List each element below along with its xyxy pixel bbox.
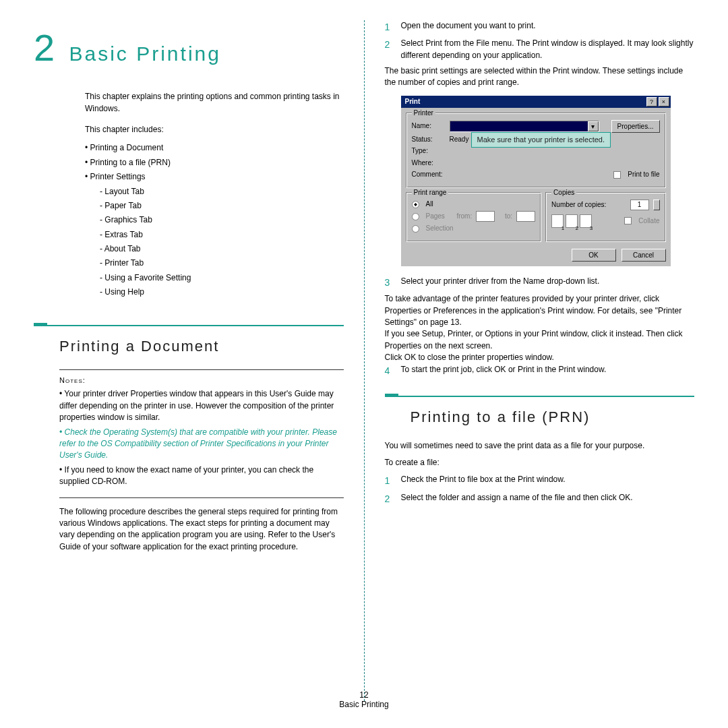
step-text: Open the document you want to print. xyxy=(401,20,695,34)
toc: Printing a Document Printing to a file (… xyxy=(85,142,344,298)
note-item: If you need to know the exact name of yo… xyxy=(59,464,344,488)
callout-tip: Make sure that your printer is selected. xyxy=(471,132,611,148)
step-number: 1 xyxy=(385,474,394,487)
dialog-body: Printer Name: ▾ Properties... Status:Rea… xyxy=(401,108,671,266)
chapter-title: Basic Printing xyxy=(69,42,221,65)
step-continuation: The basic print settings are selected wi… xyxy=(385,65,695,89)
type-label: Type: xyxy=(412,146,446,156)
step-number: 4 xyxy=(385,364,394,377)
dialog-title: Print xyxy=(405,97,645,107)
step-number: 2 xyxy=(385,492,394,506)
group-label: Printer xyxy=(412,109,435,119)
help-icon[interactable]: ? xyxy=(646,97,657,107)
selection-label: Selection xyxy=(426,224,454,234)
group-label: Copies xyxy=(551,188,576,198)
page-number: 12 xyxy=(0,690,728,700)
chevron-down-icon[interactable]: ▾ xyxy=(588,121,599,131)
collate-icons: 123 xyxy=(551,214,592,228)
step-continuation: To take advantage of the printer feature… xyxy=(385,293,695,328)
ok-button[interactable]: OK xyxy=(572,249,616,262)
steps-list: 1 Open the document you want to print. 2… xyxy=(385,20,695,377)
where-label: Where: xyxy=(412,158,446,169)
print-range-group: Print range All Pages from: to: Selectio… xyxy=(406,192,542,242)
chapter-header: 2 Basic Printing xyxy=(34,20,344,75)
toc-item: Printing to a file (PRN) xyxy=(85,157,344,169)
toc-subitem: Extras Tab xyxy=(100,229,344,241)
toc-item: Printer Settings xyxy=(85,171,344,183)
printer-name-combo[interactable]: ▾ xyxy=(450,121,599,132)
close-icon[interactable]: × xyxy=(659,97,669,107)
step-number: 3 xyxy=(385,276,394,289)
group-label: Print range xyxy=(412,188,449,198)
notes-box: Notes: Your printer driver Properties wi… xyxy=(59,369,344,498)
spinner-icon[interactable] xyxy=(653,200,660,210)
from-label: from: xyxy=(456,212,472,222)
all-radio[interactable] xyxy=(412,201,419,208)
step-number: 2 xyxy=(385,38,394,61)
paragraph: To create a file: xyxy=(385,457,695,468)
step-continuation: Click OK to close the printer properties… xyxy=(385,352,695,363)
toc-item: Printing a Document xyxy=(85,142,344,154)
properties-button[interactable]: Properties... xyxy=(611,120,660,133)
body-text: The following procedure describes the ge… xyxy=(59,506,344,553)
all-label: All xyxy=(426,200,433,210)
note-item: Your printer driver Properties window th… xyxy=(59,388,344,423)
paragraph: You will sometimes need to save the prin… xyxy=(385,440,695,452)
cancel-button[interactable]: Cancel xyxy=(621,249,666,262)
comment-label: Comment: xyxy=(412,170,446,180)
from-input[interactable] xyxy=(476,211,495,222)
note-item-emphasis: Check the Operating System(s) that are c… xyxy=(59,427,344,462)
step-row: 2 Select the folder and assign a name of… xyxy=(385,492,695,506)
step-row: 4 To start the print job, click OK or Pr… xyxy=(385,364,695,377)
to-input[interactable] xyxy=(516,211,535,222)
copies-group: Copies Number of copies:1 123 Collate xyxy=(545,192,665,242)
step-text: To start the print job, click OK or Prin… xyxy=(401,364,695,377)
printer-group: Printer Name: ▾ Properties... Status:Rea… xyxy=(406,113,666,188)
footer-title: Basic Printing xyxy=(0,700,728,709)
page-footer: 12 Basic Printing xyxy=(0,690,728,709)
print-to-file-checkbox[interactable] xyxy=(613,171,621,179)
print-dialog: Print ? × Printer Name: ▾ Properties. xyxy=(401,96,671,266)
paragraph: The following procedure describes the ge… xyxy=(59,506,344,553)
step-text: Select Print from the File menu. The Pri… xyxy=(401,38,695,61)
copies-label: Number of copies: xyxy=(551,200,606,210)
step-row: 3 Select your printer driver from the Na… xyxy=(385,276,695,289)
copies-input[interactable]: 1 xyxy=(630,200,649,210)
pages-label: Pages xyxy=(426,212,445,222)
step-row: 1 Open the document you want to print. xyxy=(385,20,695,34)
left-column: 2 Basic Printing This chapter explains t… xyxy=(34,20,364,688)
page: 2 Basic Printing This chapter explains t… xyxy=(0,0,728,688)
status-label: Status: xyxy=(412,135,446,145)
name-label: Name: xyxy=(412,121,446,131)
step-number: 1 xyxy=(385,20,394,34)
step-continuation: If you see Setup, Printer, or Options in… xyxy=(385,328,695,352)
section-divider xyxy=(385,396,695,397)
selection-radio[interactable] xyxy=(412,225,419,233)
section-divider xyxy=(34,325,344,326)
status-value: Ready xyxy=(450,135,469,145)
collate-label: Collate xyxy=(638,216,659,226)
toc-subitem: Paper Tab xyxy=(100,200,344,212)
step-text: Select the folder and assign a name of t… xyxy=(401,492,695,506)
collate-checkbox[interactable] xyxy=(624,217,632,224)
right-column: 1 Open the document you want to print. 2… xyxy=(365,20,695,688)
toc-subitem: Using Help xyxy=(100,286,344,298)
body-text: You will sometimes need to save the prin… xyxy=(385,440,695,506)
step-row: 1 Check the Print to file box at the Pri… xyxy=(385,474,695,487)
pages-radio[interactable] xyxy=(412,213,419,220)
step-text: Select your printer driver from the Name… xyxy=(401,276,695,289)
to-label: to: xyxy=(505,212,512,222)
toc-subitem: Using a Favorite Setting xyxy=(100,272,344,284)
section-title: Printing to a file (PRN) xyxy=(411,406,695,428)
toc-subitem: About Tab xyxy=(100,243,344,255)
toc-subitem: Layout Tab xyxy=(100,186,344,198)
intro-paragraph: This chapter explains the printing optio… xyxy=(85,91,344,115)
toc-subitem: Graphics Tab xyxy=(100,214,344,226)
notes-label: Notes: xyxy=(59,375,344,386)
includes-label: This chapter includes: xyxy=(85,124,344,135)
dialog-titlebar: Print ? × xyxy=(401,96,671,108)
step-text: Check the Print to file box at the Print… xyxy=(401,474,695,487)
print-to-file-label: Print to file xyxy=(628,170,659,180)
chapter-number: 2 xyxy=(34,20,55,75)
toc-subitem: Printer Tab xyxy=(100,257,344,269)
